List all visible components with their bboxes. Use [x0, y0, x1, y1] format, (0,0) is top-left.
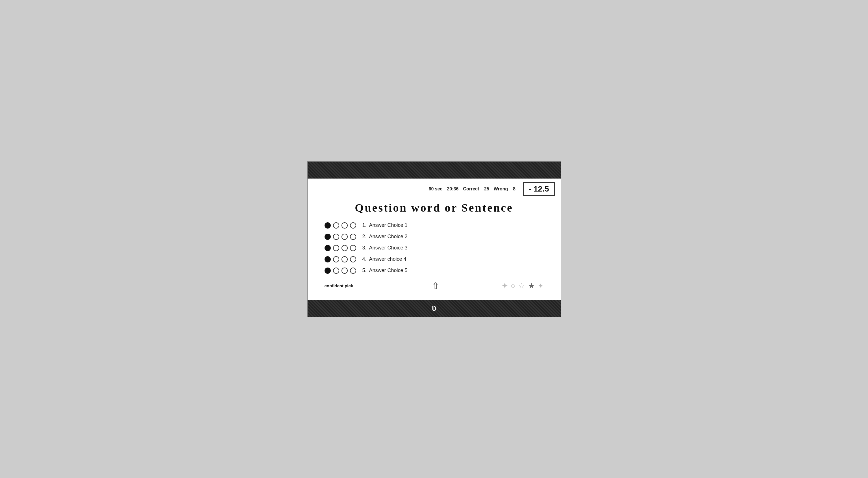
radio-group-5: [324, 268, 356, 274]
radio-5-d[interactable]: [350, 268, 356, 274]
radio-3-d[interactable]: [350, 245, 356, 251]
radio-2-a[interactable]: [324, 234, 331, 240]
score-box: - 12.5: [523, 182, 555, 196]
radio-5-b[interactable]: [333, 268, 339, 274]
bottom-bar: ʋ: [308, 300, 561, 317]
answer-row-1: 1. Answer Choice 1: [324, 222, 544, 229]
bottom-logo: ʋ: [432, 303, 436, 313]
radio-2-d[interactable]: [350, 234, 356, 240]
radio-1-d[interactable]: [350, 222, 356, 229]
star-3[interactable]: ☆: [518, 281, 525, 291]
star-1[interactable]: ✦: [501, 281, 508, 291]
radio-1-b[interactable]: [333, 222, 339, 229]
main-screen: 60 sec 20:36 Correct – 25 Wrong – 8 - 12…: [307, 161, 561, 317]
radio-1-a[interactable]: [324, 222, 331, 229]
answer-label-2: 2. Answer Choice 2: [362, 234, 408, 240]
radio-group-1: [324, 222, 356, 229]
radio-4-c[interactable]: [341, 256, 348, 263]
answer-row-5: 5. Answer Choice 5: [324, 268, 544, 274]
star-2[interactable]: ○: [511, 281, 516, 291]
star-5[interactable]: ✦: [538, 282, 544, 290]
radio-4-b[interactable]: [333, 256, 339, 263]
radio-group-3: [324, 245, 356, 251]
radio-4-a[interactable]: [324, 256, 331, 263]
answer-label-5: 5. Answer Choice 5: [362, 268, 408, 273]
star-4[interactable]: ★: [528, 281, 535, 291]
radio-3-a[interactable]: [324, 245, 331, 251]
answer-row-2: 2. Answer Choice 2: [324, 234, 544, 240]
elapsed-time: 20:36: [447, 186, 459, 191]
confident-pick-label: confident pick: [324, 283, 353, 288]
answer-label-1: 1. Answer Choice 1: [362, 222, 408, 228]
answer-row-4: 4. Answer choice 4: [324, 256, 544, 263]
radio-4-d[interactable]: [350, 256, 356, 263]
answer-row-3: 3. Answer Choice 3: [324, 245, 544, 251]
radio-1-c[interactable]: [341, 222, 348, 229]
answer-list: 1. Answer Choice 1 2. Answer Choice 2: [324, 222, 544, 274]
radio-3-b[interactable]: [333, 245, 339, 251]
radio-5-a[interactable]: [324, 268, 331, 274]
radio-3-c[interactable]: [341, 245, 348, 251]
time-per-question: 60 sec: [429, 186, 442, 191]
answer-label-3: 3. Answer Choice 3: [362, 245, 408, 251]
radio-5-c[interactable]: [341, 268, 348, 274]
radio-2-b[interactable]: [333, 234, 339, 240]
stats-row: 60 sec 20:36 Correct – 25 Wrong – 8 - 12…: [308, 179, 561, 198]
footer-row: confident pick ⇧ ✦ ○ ☆ ★ ✦: [324, 280, 544, 294]
correct-count: Correct – 25: [463, 186, 489, 191]
question-title: Question word or Sentence: [324, 201, 544, 214]
star-rating: ✦ ○ ☆ ★ ✦: [501, 281, 544, 291]
top-bar: [308, 161, 561, 179]
answer-label-4: 4. Answer choice 4: [362, 256, 406, 262]
wrong-count: Wrong – 8: [494, 186, 516, 191]
radio-2-c[interactable]: [341, 234, 348, 240]
radio-group-4: [324, 256, 356, 263]
arrow-up-icon[interactable]: ⇧: [432, 280, 439, 291]
main-content: Question word or Sentence 1. Answer Choi…: [308, 198, 561, 300]
radio-group-2: [324, 234, 356, 240]
